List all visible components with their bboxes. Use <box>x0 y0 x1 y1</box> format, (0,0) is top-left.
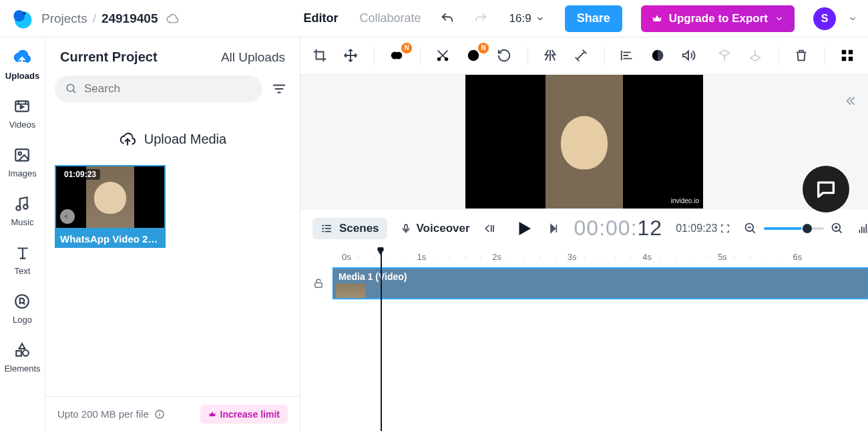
upload-media-button[interactable]: Upload Media <box>55 120 290 158</box>
layer-up-tool[interactable] <box>717 48 733 64</box>
zoom-slider[interactable] <box>764 227 824 230</box>
media-card[interactable]: 01:09:23 WhatsApp Video 2… <box>55 165 166 248</box>
rail-videos[interactable]: Videos <box>9 97 36 130</box>
rail-videos-label: Videos <box>9 120 36 130</box>
left-rail: Uploads Videos Images Music Text Logo <box>0 37 45 431</box>
volume-tool[interactable] <box>681 48 697 64</box>
top-bar: Projects / 24919405 Editor Collaborate 1… <box>0 0 868 37</box>
cloud-upload-icon <box>13 48 31 67</box>
panel-tab-all[interactable]: All Uploads <box>221 50 285 65</box>
search-input-wrap[interactable] <box>55 76 262 102</box>
rail-text[interactable]: Text <box>13 243 32 276</box>
share-button[interactable]: Share <box>565 5 622 32</box>
video-preview[interactable]: invideo.io <box>465 75 703 208</box>
media-filename: WhatsApp Video 2… <box>55 229 166 248</box>
media-thumbnail[interactable]: 01:09:23 <box>55 165 166 229</box>
rail-uploads[interactable]: Uploads <box>5 48 39 81</box>
chevron-down-icon <box>535 14 545 23</box>
media-duration: 01:09:23 <box>60 169 100 180</box>
upload-limit-text: Upto 200 MB per file <box>57 408 165 420</box>
rail-images-label: Images <box>8 168 37 178</box>
breadcrumb-projects[interactable]: Projects <box>41 11 87 26</box>
svg-point-5 <box>19 152 21 155</box>
chat-support-button[interactable] <box>803 166 849 212</box>
aspect-ratio-selector[interactable]: 16:9 <box>509 12 545 25</box>
speed-tool[interactable]: N <box>466 48 482 64</box>
breadcrumb-project-id: 24919405 <box>101 11 158 26</box>
upgrade-export-button[interactable]: Upgrade to Export <box>641 5 795 32</box>
panel-tab-current[interactable]: Current Project <box>60 49 158 65</box>
avatar-menu-chevron[interactable] <box>848 14 857 23</box>
rail-elements-label: Elements <box>4 364 40 374</box>
tab-collaborate[interactable]: Collaborate <box>360 11 421 25</box>
increase-limit-button[interactable]: Increase limit <box>200 405 288 424</box>
levels-button[interactable] <box>857 222 868 235</box>
scenes-button[interactable]: Scenes <box>312 218 387 239</box>
timeline-ruler: 0s· · · · 1s· · · · 2s· · · · 3s· · · · … <box>300 247 868 266</box>
move-tool[interactable] <box>343 48 359 64</box>
play-button[interactable] <box>514 219 534 239</box>
skip-end-button[interactable] <box>548 222 561 235</box>
mute-icon <box>60 209 75 224</box>
filter-button[interactable] <box>272 82 286 96</box>
trim-button[interactable] <box>483 222 497 235</box>
grid-tool[interactable] <box>840 48 856 64</box>
cloud-sync-icon <box>166 12 179 25</box>
user-avatar[interactable]: S <box>813 7 836 30</box>
playhead[interactable] <box>381 247 382 431</box>
scenes-icon <box>320 223 333 235</box>
rail-text-label: Text <box>15 266 31 276</box>
loop-tool[interactable] <box>497 48 513 64</box>
rail-images[interactable]: Images <box>8 146 37 178</box>
svg-rect-26 <box>315 283 322 287</box>
player-bar: Scenes Voiceover 00:00:12 01:09:23 <box>300 208 868 247</box>
voiceover-label: Voiceover <box>417 222 470 235</box>
svg-point-1 <box>13 10 25 21</box>
uploads-panel: Current Project All Uploads Upload Media <box>45 37 300 431</box>
rail-uploads-label: Uploads <box>5 71 39 81</box>
zoom-slider-thumb[interactable] <box>803 224 812 233</box>
timeline[interactable]: 0s· · · · 1s· · · · 2s· · · · 3s· · · · … <box>300 247 868 431</box>
svg-rect-22 <box>849 56 853 60</box>
undo-button[interactable] <box>440 11 455 26</box>
tab-editor[interactable]: Editor <box>304 11 339 25</box>
video-icon <box>13 97 31 116</box>
rail-music[interactable]: Music <box>11 194 34 227</box>
svg-point-10 <box>23 350 29 356</box>
crop-tool[interactable] <box>312 48 329 64</box>
upload-media-label: Upload Media <box>144 132 226 147</box>
cut-tool[interactable] <box>435 48 451 64</box>
zoom-in-button[interactable] <box>831 222 844 235</box>
rail-elements[interactable]: Elements <box>4 341 40 374</box>
crown-icon <box>208 410 216 418</box>
svg-rect-19 <box>842 49 846 53</box>
expand-icon[interactable] <box>720 223 730 234</box>
cloud-upload-icon <box>119 130 136 148</box>
timeline-clip[interactable]: Media 1 (Video) <box>333 267 868 299</box>
mask-tool[interactable] <box>650 48 666 64</box>
align-tool[interactable] <box>620 48 636 64</box>
layer-down-tool[interactable] <box>748 48 764 64</box>
text-icon <box>13 243 32 262</box>
color-tool[interactable]: N <box>389 48 405 64</box>
track-lock-icon[interactable] <box>312 277 324 289</box>
magic-tool[interactable] <box>574 48 590 64</box>
zoom-out-button[interactable] <box>744 222 757 235</box>
svg-rect-20 <box>849 49 853 53</box>
search-input[interactable] <box>84 82 252 96</box>
rail-logo[interactable]: Logo <box>13 292 32 325</box>
info-icon[interactable] <box>154 409 165 420</box>
logo-icon <box>13 292 31 311</box>
increase-limit-label: Increase limit <box>220 409 280 420</box>
crown-icon <box>652 13 662 24</box>
collapse-panel-button[interactable] <box>843 94 857 108</box>
redo-button[interactable] <box>473 11 488 26</box>
voiceover-button[interactable]: Voiceover <box>401 222 470 235</box>
delete-tool[interactable] <box>794 48 810 64</box>
rail-logo-label: Logo <box>13 315 32 325</box>
svg-rect-23 <box>405 225 407 230</box>
svg-point-2 <box>23 12 25 15</box>
flip-tool[interactable] <box>543 48 559 64</box>
clip-label: Media 1 (Video) <box>339 271 407 282</box>
svg-point-8 <box>16 295 29 308</box>
